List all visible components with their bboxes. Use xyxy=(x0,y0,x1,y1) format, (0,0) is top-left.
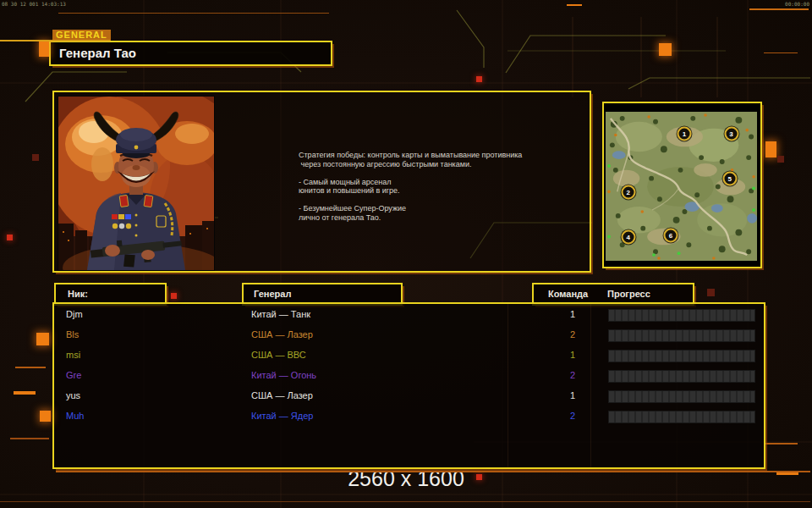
team-header-label: Команда xyxy=(548,289,588,299)
player-nick: Djm xyxy=(66,309,83,319)
player-team: 1 xyxy=(541,390,575,400)
player-nick: yus xyxy=(66,390,80,400)
player-table: DjmКитай — Танк1BlsСША — Лазер2msiСША — … xyxy=(52,302,765,469)
briefing-line: через постоянную агрессию быстрыми танка… xyxy=(299,160,561,169)
decor-line xyxy=(15,367,46,368)
start-position-marker: 3 xyxy=(724,127,738,141)
decor-square xyxy=(707,289,715,296)
player-nick: Gre xyxy=(66,370,81,380)
player-team: 2 xyxy=(541,411,575,421)
decor-square xyxy=(32,154,39,161)
player-progress-bar xyxy=(608,370,755,383)
player-general: США — Лазер xyxy=(251,329,313,340)
briefing-line: юнитов и повышений в игре. xyxy=(299,186,561,196)
decor-line xyxy=(10,438,49,439)
player-general: Китай — Танк xyxy=(251,309,310,319)
player-general: США — ВВС xyxy=(251,350,306,360)
decor-square xyxy=(476,474,482,480)
decor-square xyxy=(36,333,49,345)
decor-square xyxy=(777,156,784,163)
player-row: BlsСША — Лазер2 xyxy=(54,325,764,345)
briefing-text: Стратегия победы: контроль карты и вымат… xyxy=(299,151,561,222)
player-team: 2 xyxy=(541,329,575,340)
player-row: GreКитай — Огонь2 xyxy=(54,366,764,386)
briefing-line: - Самый мощный арсенал xyxy=(299,178,561,187)
minimap-markers: 123456 xyxy=(606,112,757,261)
player-nick: msi xyxy=(66,350,80,360)
general-info-panel: Стратегия победы: контроль карты и вымат… xyxy=(52,91,591,273)
decor-square xyxy=(765,141,776,157)
decor-square xyxy=(171,293,177,299)
player-team: 2 xyxy=(541,370,575,380)
decor-line xyxy=(56,471,810,472)
player-progress-bar xyxy=(608,390,755,403)
general-portrait xyxy=(58,96,215,271)
decor-line xyxy=(764,52,798,53)
start-position-marker: 2 xyxy=(621,185,635,200)
progress-header-label: Прогресс xyxy=(607,289,650,299)
player-general: Китай — Ядер xyxy=(251,411,313,421)
player-general: Китай — Огонь xyxy=(251,370,316,380)
player-row: MuhКитай — Ядер2 xyxy=(54,406,764,427)
player-row: yusСША — Лазер1 xyxy=(54,386,764,406)
decor-line xyxy=(0,501,810,502)
start-position-marker: 5 xyxy=(722,172,737,186)
general-title-box: Генерал Тао xyxy=(49,41,332,66)
general-title: Генерал Тао xyxy=(59,46,136,60)
decor-square xyxy=(40,411,51,422)
decor-line xyxy=(0,40,110,41)
decor-line xyxy=(58,13,329,14)
briefing-line: - Безумнейшее Супер-Оружие xyxy=(299,204,561,213)
player-general: США — Лазер xyxy=(251,390,313,400)
loading-screen: 08 30 12 001 14:03:13 00:00:00 GENERAL Г… xyxy=(0,0,812,508)
decor-line xyxy=(14,391,36,395)
briefing-line xyxy=(299,196,561,205)
briefing-line xyxy=(299,168,561,178)
decor-line xyxy=(749,8,809,10)
player-nick: Muh xyxy=(66,411,84,421)
start-position-marker: 6 xyxy=(663,229,678,243)
debug-clock: 00:00:00 xyxy=(785,1,809,7)
start-position-marker: 4 xyxy=(621,229,635,244)
decor-square xyxy=(7,235,13,240)
decor-square xyxy=(39,41,49,57)
player-row: msiСША — ВВС1 xyxy=(54,345,764,366)
decor-line xyxy=(776,472,798,475)
player-team: 1 xyxy=(541,309,575,319)
minimap-image: 123456 xyxy=(606,112,757,261)
decor-square xyxy=(659,43,672,56)
decor-line xyxy=(567,4,582,6)
decor-line xyxy=(765,443,798,444)
player-progress-bar xyxy=(608,411,755,423)
player-team: 1 xyxy=(541,350,575,360)
briefing-line: Стратегия победы: контроль карты и вымат… xyxy=(299,151,561,160)
nick-header-label: Ник: xyxy=(68,289,88,299)
player-progress-bar xyxy=(608,350,755,362)
player-row: DjmКитай — Танк1 xyxy=(54,305,764,325)
start-position-marker: 1 xyxy=(678,127,692,141)
player-nick: Bls xyxy=(66,329,79,340)
player-progress-bar xyxy=(608,329,755,342)
decor-square xyxy=(476,76,482,82)
debug-stats: 08 30 12 001 14:03:13 xyxy=(2,1,66,7)
minimap-panel: 123456 xyxy=(602,102,762,268)
briefing-line: лично от генерала Тао. xyxy=(299,213,561,223)
player-progress-bar xyxy=(608,309,755,322)
general-header-label: Генерал xyxy=(254,289,291,299)
